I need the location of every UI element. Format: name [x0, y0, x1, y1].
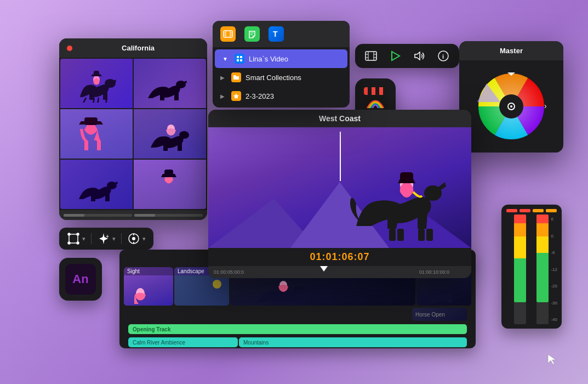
mountains-clip[interactable]: Mountains	[239, 337, 467, 347]
color-wheel-svg[interactable]: ›	[473, 68, 550, 145]
ruler-label-left: 01:00:05:00:0	[214, 269, 244, 275]
svg-rect-10	[164, 170, 173, 176]
svg-point-73	[132, 237, 135, 240]
person-silhouette-3	[60, 109, 133, 159]
film-toolbar-icon[interactable]	[363, 48, 379, 64]
svg-marker-34	[415, 52, 420, 60]
adobe-an-label: An	[72, 272, 88, 286]
library-item-smart-collections[interactable]: ▶ Smart Collections	[213, 68, 350, 87]
cursor-svg	[547, 353, 558, 366]
meter-label-6pos: 6	[551, 217, 557, 222]
svg-point-52	[510, 105, 512, 108]
svg-marker-25	[233, 93, 239, 99]
mountains-label: Mountains	[243, 340, 269, 346]
svg-text:›: ›	[544, 101, 547, 110]
svg-rect-45	[383, 87, 387, 95]
horse-open-sub[interactable]: Horse Open	[412, 308, 467, 321]
scroll-thumb-left[interactable]	[64, 214, 84, 217]
color-wheel-container[interactable]: ›	[459, 60, 563, 153]
video-preview: West Coast	[208, 110, 471, 278]
library-items: ▼ Lina`s Video ▶ Smart Collections ▶ 2-3…	[213, 47, 350, 108]
timeline-ruler[interactable]: 01:00:05:00:0 01:00:10:00:0	[208, 266, 471, 278]
color-wheel-title: Master	[459, 41, 563, 60]
calm-river-clip[interactable]: Calm River Ambience	[128, 337, 238, 347]
media-cell-2[interactable]	[134, 59, 206, 108]
speaker-icon[interactable]	[411, 48, 427, 64]
meter-label-neg12: -12	[551, 267, 557, 272]
smart-collections-label: Smart Collections	[246, 74, 301, 82]
person-silhouette-4	[134, 109, 206, 159]
clip-sight-thumb	[124, 275, 173, 306]
media-grid	[59, 58, 207, 210]
svg-rect-41	[368, 87, 372, 95]
film-icon-button[interactable]	[220, 26, 236, 42]
meter-bars-container: 6 0 -6 -12 -20 -30 -40	[506, 214, 557, 324]
media-browser-title: California	[77, 44, 199, 52]
warn-indicator-left	[533, 209, 544, 212]
meter-indicators	[506, 209, 557, 212]
svg-rect-62	[400, 172, 413, 181]
svg-rect-24	[240, 59, 242, 61]
svg-text:T: T	[273, 30, 278, 38]
svg-point-69	[77, 233, 79, 235]
horse-silhouette-1	[60, 59, 133, 108]
media-cell-6[interactable]	[134, 160, 206, 209]
svg-rect-44	[379, 87, 383, 95]
opening-track-row: Opening Track	[119, 324, 476, 336]
speed-chevron-icon: ▾	[142, 235, 146, 242]
transform-chevron-icon: ▾	[82, 235, 85, 242]
timecode-display: 01:01:06:07	[310, 251, 369, 263]
tool-divider-1	[91, 233, 92, 244]
speed-tool-btn[interactable]: ▾	[127, 232, 146, 245]
scroll-track-left[interactable]	[64, 214, 132, 217]
svg-rect-2	[94, 71, 99, 76]
window-close-dot[interactable]	[67, 46, 72, 51]
media-cell-4[interactable]	[134, 109, 206, 159]
clip-landscape-thumb	[174, 275, 229, 306]
left-channel	[506, 214, 526, 324]
info-icon[interactable]: i	[435, 48, 452, 64]
horse-silhouette-5	[60, 160, 133, 209]
fcp-clapboard-icon	[361, 84, 390, 114]
play-triangle-icon[interactable]	[387, 48, 403, 64]
meter-label-neg20: -20	[551, 284, 557, 289]
meter-scale: 6 0 -6 -12 -20 -30 -40	[551, 214, 557, 324]
media-cell-3[interactable]	[60, 109, 133, 159]
svg-rect-59	[418, 229, 425, 241]
text-icon-button[interactable]: T	[269, 26, 284, 42]
left-bar-orange	[514, 223, 526, 236]
transform-tool-btn[interactable]: ▾	[67, 232, 85, 245]
media-cell-1[interactable]	[60, 59, 133, 108]
linas-video-label: Lina`s Video	[249, 55, 288, 63]
library-item-date[interactable]: ▶ 2-3-2023	[213, 87, 350, 105]
svg-rect-11	[224, 31, 232, 37]
scroll-track-right[interactable]	[134, 214, 203, 217]
svg-point-70	[68, 242, 70, 244]
magic-tool-btn[interactable]: ▾	[97, 232, 116, 245]
adobe-animate-icon[interactable]: An	[59, 258, 102, 301]
tools-bar: ▾ ▾ ▾	[59, 228, 153, 250]
horse-silhouette-2	[134, 59, 206, 108]
media-cell-5[interactable]	[60, 160, 133, 209]
star-icon	[231, 91, 241, 101]
opening-track-label: Opening Track	[133, 326, 170, 332]
library-item-linas-video[interactable]: ▼ Lina`s Video	[215, 49, 347, 68]
clip-sight[interactable]: Sight	[124, 267, 173, 306]
person-hat-silhouette	[134, 160, 206, 209]
media-browser-window: California	[59, 38, 207, 220]
scroll-thumb-right[interactable]	[134, 214, 155, 217]
svg-rect-60	[426, 229, 433, 241]
right-channel	[528, 214, 549, 324]
right-bar-yellow	[536, 236, 549, 253]
svg-point-6	[179, 131, 189, 139]
media-scrollbar[interactable]	[59, 210, 207, 220]
note-icon-button[interactable]	[244, 26, 260, 42]
library-toolbar: T	[213, 21, 350, 47]
meter-label-0: 0	[551, 234, 557, 239]
opening-track[interactable]: Opening Track	[128, 324, 467, 334]
folder-icon	[231, 72, 241, 82]
date-label: 2-3-2023	[246, 92, 274, 100]
audio-row: Calm River Ambience Mountains	[124, 337, 471, 347]
magic-chevron-icon: ▾	[112, 235, 116, 242]
svg-rect-58	[397, 229, 404, 241]
